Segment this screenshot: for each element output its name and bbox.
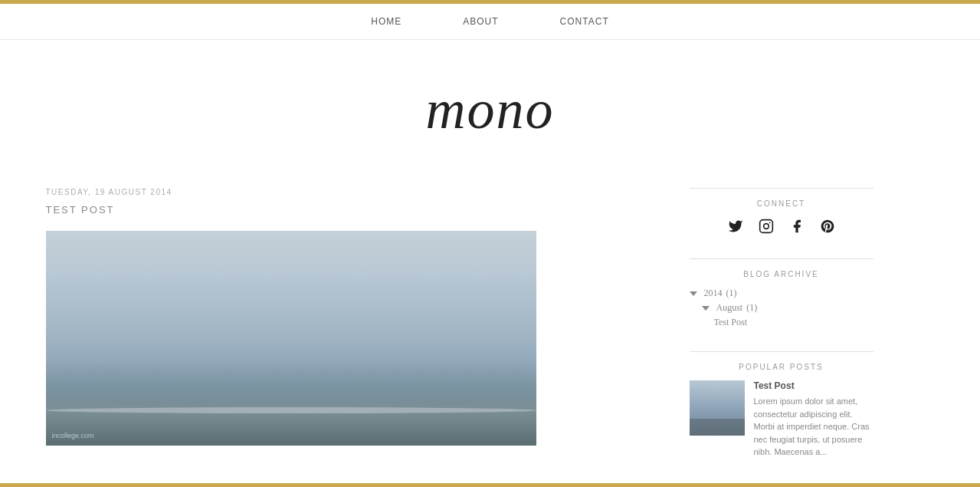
nav-about[interactable]: ABOUT [463,16,498,27]
twitter-icon[interactable] [726,217,745,235]
nav-contact[interactable]: CONTACT [560,16,609,27]
post-title[interactable]: TEST POST [46,204,659,216]
popular-post-thumbnail[interactable] [690,380,745,436]
popular-post-content: Test Post Lorem ipsum dolor sit amet, co… [754,380,873,459]
archive-year-label: 2014 [704,288,723,299]
bottom-border [0,483,980,487]
popular-posts-title: POPULAR POSTS [690,363,873,371]
connect-title: CONNECT [690,199,873,208]
archive-month-count: (1) [746,302,757,314]
popular-posts-section: POPULAR POSTS Test Post Lorem ipsum dolo… [690,351,873,459]
popular-divider [690,351,873,352]
svg-rect-0 [759,220,772,233]
year-triangle-icon [690,291,697,296]
blog-archive-section: BLOG ARCHIVE 2014 (1) August (1) Test Po… [690,258,873,328]
sidebar: CONNECT [690,188,873,482]
social-icons [690,217,873,235]
instagram-icon[interactable] [757,217,775,235]
svg-point-2 [769,222,770,224]
connect-section: CONNECT [690,188,873,235]
month-triangle-icon [702,306,710,311]
nav-home[interactable]: HOME [371,16,402,27]
pinterest-icon[interactable] [818,217,837,235]
popular-post-title[interactable]: Test Post [754,380,873,391]
main-container: TUESDAY, 19 AUGUST 2014 TEST POST incoll… [31,188,950,482]
archive-year-count: (1) [726,288,737,299]
svg-point-1 [763,224,769,229]
archive-title: BLOG ARCHIVE [690,270,873,278]
archive-month-label: August [716,302,743,314]
archive-year-2014[interactable]: 2014 (1) [690,288,873,299]
connect-divider [690,188,873,189]
archive-post-link[interactable]: Test Post [714,317,873,328]
archive-divider [690,258,873,259]
archive-month-august[interactable]: August (1) [702,302,873,314]
post-image: incollege.com [46,231,536,446]
image-watermark: incollege.com [52,432,94,439]
blog-header: mono [0,40,980,188]
blog-title: mono [0,78,980,142]
popular-post-item: Test Post Lorem ipsum dolor sit amet, co… [690,380,873,459]
post-date: TUESDAY, 19 AUGUST 2014 [46,188,659,196]
content-area: TUESDAY, 19 AUGUST 2014 TEST POST incoll… [46,188,659,482]
facebook-icon[interactable] [788,217,806,235]
navigation: HOME ABOUT CONTACT [0,4,980,40]
popular-post-excerpt: Lorem ipsum dolor sit amet, consectetur … [754,395,873,459]
